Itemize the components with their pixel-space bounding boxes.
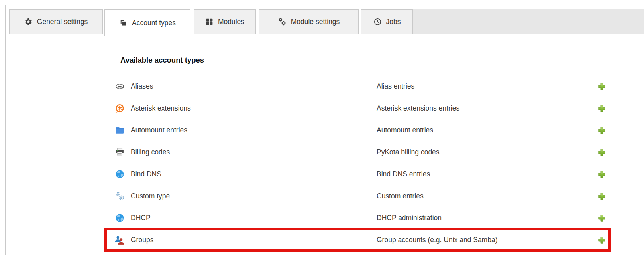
tab-modules[interactable]: Modules [194,9,256,34]
tab-label: Module settings [291,18,340,26]
account-type-description: Asterisk extensions entries [377,104,598,113]
account-type-row-asterisk: Asterisk extensions Asterisk extensions … [115,97,606,119]
account-type-description: DHCP administration [377,214,598,222]
clock-icon [373,18,382,26]
printer-icon [115,147,125,157]
tab-account-types[interactable]: Account types [104,9,190,36]
add-account-type-button[interactable] [598,236,606,244]
link-icon [115,81,125,91]
account-types-list: Aliases Alias entries Asterisk extension… [115,75,606,251]
account-type-row-aliases: Aliases Alias entries [115,75,606,97]
add-icon [598,170,606,178]
account-type-description: Automount entries [377,126,598,134]
tab-general-settings[interactable]: General settings [9,9,103,34]
globe-icon [115,213,125,223]
add-icon [598,236,606,244]
account-type-row-bind-dns: Bind DNS Bind DNS entries [115,163,606,185]
add-account-type-button[interactable] [598,83,606,91]
account-type-name: DHCP [131,214,377,222]
tab-label: Modules [218,18,244,26]
globe-icon [115,169,125,179]
account-types-icon [119,19,128,27]
account-type-row-automount: Automount entries Automount entries [115,119,606,141]
account-type-row-custom: Custom type Custom entries [115,185,606,207]
add-account-type-button[interactable] [598,148,606,156]
add-icon [598,214,606,222]
add-icon [598,105,606,113]
add-account-type-button[interactable] [598,214,606,222]
section-heading: Available account types [115,56,623,69]
account-type-description: Bind DNS entries [377,170,598,178]
account-type-name: Aliases [131,82,377,91]
tab-label: Account types [132,19,176,27]
account-type-row-groups: Groups Group accounts (e.g. Unix and Sam… [115,229,606,251]
account-type-name: Custom type [131,192,377,200]
account-type-row-billing: Billing codes PyKota billing codes [115,141,606,163]
groups-icon [115,235,125,245]
account-type-name: Automount entries [131,126,377,134]
add-icon [598,192,606,200]
gear-icon [24,18,33,26]
account-type-description: Group accounts (e.g. Unix and Samba) [377,236,598,244]
add-icon [598,127,606,134]
tab-label: General settings [37,18,88,26]
tab-label: Jobs [386,18,401,26]
tab-bar-filler [413,9,644,34]
add-account-type-button[interactable] [598,127,606,134]
tab-module-settings[interactable]: Module settings [259,9,359,34]
account-type-name: Groups [131,236,377,244]
tab-jobs[interactable]: Jobs [361,9,413,34]
add-icon [598,148,606,156]
add-account-type-button[interactable] [598,105,606,113]
asterisk-icon [115,103,125,113]
folder-icon [115,125,125,135]
double-gear-icon [278,18,287,26]
add-icon [598,83,606,91]
gears-small-icon [115,191,125,201]
add-account-type-button[interactable] [598,170,606,178]
account-type-name: Asterisk extensions [131,104,377,113]
account-type-name: Bind DNS [131,170,377,178]
account-type-description: Custom entries [377,192,598,200]
account-type-description: PyKota billing codes [377,148,598,156]
modules-grid-icon [205,18,214,26]
account-type-row-dhcp: DHCP DHCP administration [115,207,606,229]
account-type-description: Alias entries [377,82,598,91]
add-account-type-button[interactable] [598,192,606,200]
account-type-name: Billing codes [131,148,377,156]
